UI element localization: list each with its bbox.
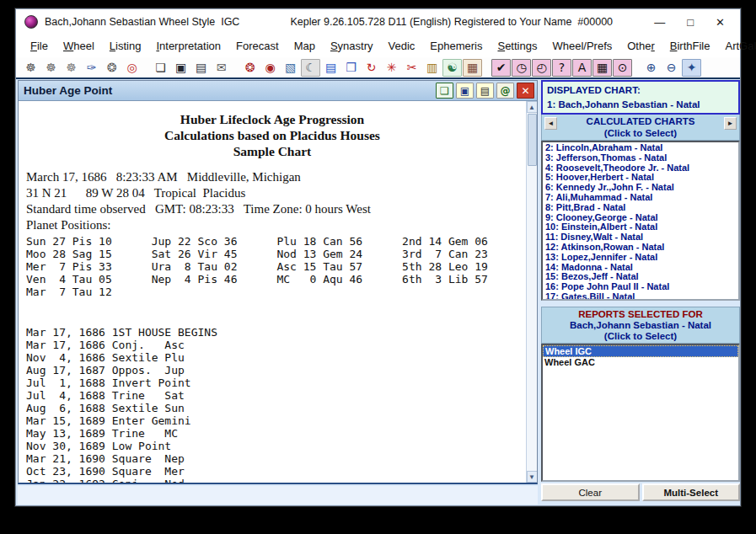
report-heading-line: Huber Lifeclock Age Progression xyxy=(19,111,526,127)
card-file-icon[interactable]: ▥ xyxy=(422,59,442,77)
chart-list-item[interactable]: 3: Jefferson,Thomas - Natal xyxy=(545,153,738,163)
rotate-wheel-icon[interactable]: ↻ xyxy=(362,59,381,77)
age-point-event-line: Mar 17, 1686 Conj. Asc xyxy=(19,339,526,351)
screen-capture-icon[interactable]: ▧ xyxy=(281,59,300,77)
checkmark-icon[interactable]: ✔ xyxy=(491,59,511,77)
reports-selected-subject: Bach,Johann Sebastian - Natal xyxy=(542,320,739,331)
magnifier-icon[interactable]: ⊙ xyxy=(613,59,632,77)
maximize-button[interactable]: □ xyxy=(687,16,694,29)
save-icon[interactable]: ▣ xyxy=(456,83,474,99)
report-list-icon[interactable]: ▤ xyxy=(321,59,340,77)
scroll-thumb[interactable] xyxy=(528,114,537,166)
calendar-icon[interactable]: ▦ xyxy=(463,59,482,77)
menu-item[interactable]: Ephemeris xyxy=(422,36,490,56)
app-logo-icon xyxy=(24,15,38,29)
new-window-icon[interactable]: ❏ xyxy=(151,59,170,77)
compass-icon[interactable]: ✦ xyxy=(682,59,701,77)
doc-question-icon[interactable]: ? xyxy=(552,59,571,77)
chart-list-item[interactable]: 7: Ali,Muhammad - Natal xyxy=(545,193,738,203)
report-list-item[interactable]: Wheel IGC xyxy=(543,345,738,357)
report-body: Huber Lifeclock Age ProgressionCalculati… xyxy=(19,101,537,483)
chart-list-item[interactable]: 8: Pitt,Brad - Natal xyxy=(545,203,738,213)
menu-item[interactable]: Synastry xyxy=(323,36,381,56)
chart-list-item[interactable]: 12: Atkinson,Rowan - Natal xyxy=(545,243,738,253)
chart-list-item[interactable]: 17: Gates,Bill - Natal xyxy=(545,292,738,301)
age-point-event-line: Aug 6, 1688 Sextile Sun xyxy=(19,402,526,414)
zoom-out-icon[interactable]: ⊖ xyxy=(662,59,681,77)
chart-sidebar: DISPLAYED CHART: 1: Bach,Johann Sebastia… xyxy=(541,80,740,501)
menu-item[interactable]: Vedic xyxy=(381,36,423,56)
new-wheel-icon[interactable]: ☸ xyxy=(21,59,40,77)
age-point-event-line: Nov 30, 1689 Low Point xyxy=(19,440,526,452)
charts-scroll-left-button[interactable]: ◄ xyxy=(544,117,557,130)
report-list-item[interactable]: Wheel GAC xyxy=(543,357,738,369)
day-night-icon[interactable]: ☾ xyxy=(301,59,320,77)
printer-icon[interactable]: ▤ xyxy=(191,59,211,77)
red-lines-icon[interactable]: ✂ xyxy=(402,59,421,77)
email-envelope-icon[interactable]: ✉ xyxy=(212,59,231,77)
menu-item[interactable]: File xyxy=(23,36,56,56)
wheel-undo-icon[interactable]: ☸ xyxy=(62,59,81,77)
menu-item[interactable]: Settings xyxy=(490,36,544,56)
menu-item[interactable]: Other xyxy=(619,36,662,56)
clear-button[interactable]: Clear xyxy=(541,483,640,501)
reports-selected-title: REPORTS SELECTED FOR xyxy=(542,309,739,320)
om-icon[interactable]: ☯ xyxy=(442,59,462,77)
planet-position-line: Moo 28 Sag 15 Sat 26 Vir 45 Nod 13 Gem 2… xyxy=(19,248,526,260)
quill-wheel-icon[interactable]: ✑ xyxy=(82,59,101,77)
copy-chart-icon[interactable]: ❏ xyxy=(436,83,453,99)
menu-item[interactable]: Forecast xyxy=(228,36,287,56)
calculated-charts-title: CALCULATED CHARTS xyxy=(542,115,739,127)
displayed-chart-value: 1: Bach,Johann Sebastian - Natal xyxy=(547,98,734,112)
menu-item[interactable]: Interpretation xyxy=(148,36,228,56)
menu-bar: File Wheel Listing Interpretation Foreca… xyxy=(16,35,740,57)
menu-item[interactable]: BirthFile xyxy=(662,36,718,56)
age-point-event-line: Jul 4, 1688 Trine Sat xyxy=(19,389,526,402)
age-point-event-line: May 13, 1689 Trine MC xyxy=(19,427,526,440)
minimize-button[interactable]: — xyxy=(654,16,665,29)
birth-details: March 17, 1686 8:23:33 AM Middleville, M… xyxy=(19,169,526,233)
wheel-arrow-icon[interactable]: ☸ xyxy=(41,59,61,77)
close-button[interactable]: ✕ xyxy=(716,16,725,29)
close-icon[interactable]: ✕ xyxy=(517,83,534,99)
charts-scroll-right-button[interactable]: ► xyxy=(724,117,737,130)
scroll-up-arrow[interactable]: ▲ xyxy=(527,101,538,113)
red-wheel-icon[interactable]: ❂ xyxy=(240,59,260,77)
huber-age-point-panel: Huber Age Point ❏ ▣ ▤ @ ✕ xyxy=(18,80,538,484)
title-bar: Bach,Johann Sebastian Wheel Style IGC Ke… xyxy=(16,9,740,35)
report-pages-icon[interactable]: ❒ xyxy=(341,59,361,77)
star-burst-icon[interactable]: ✳ xyxy=(382,59,401,77)
birth-detail-line: Planet Positions: xyxy=(26,217,526,233)
report-headings: Huber Lifeclock Age ProgressionCalculati… xyxy=(19,101,526,159)
reports-selected-subtitle: (Click to Select) xyxy=(542,331,739,342)
doc-text-icon[interactable]: A xyxy=(572,59,592,77)
menu-item[interactable]: ArtGallery xyxy=(717,36,756,56)
menu-item[interactable]: Wheel/Prefs xyxy=(544,36,619,56)
planet-position-line: Sun 27 Pis 10 Jup 22 Sco 36 Plu 18 Can 5… xyxy=(19,235,526,248)
report-heading-line: Calculations based on Placidus Houses xyxy=(19,127,526,143)
calculated-charts-header: ◄ CALCULATED CHARTS (Click to Select) ► xyxy=(541,115,740,141)
age-point-event-line: Mar 21, 1690 Square Nep xyxy=(19,452,526,465)
menu-item[interactable]: Listing xyxy=(102,36,149,56)
planet-positions: Sun 27 Pis 10 Jup 22 Sco 36 Plu 18 Can 5… xyxy=(19,235,526,298)
vertical-scrollbar[interactable]: ▲ ▼ xyxy=(526,101,537,483)
print-icon[interactable]: ▤ xyxy=(476,83,494,99)
clock-wheel-icon[interactable]: ◴ xyxy=(532,59,551,77)
scroll-down-arrow[interactable]: ▼ xyxy=(527,471,538,483)
toolbar: ☸ ☸ ☸ ✑ ❂ ◎ ❏ ▣ ▤ ✉ ❂ ◉ ▧ ☾ ▤ ❒ xyxy=(16,57,740,79)
menu-item[interactable]: Wheel xyxy=(56,36,102,56)
grid-table-icon[interactable]: ▦ xyxy=(592,59,612,77)
chart-list-item[interactable]: 13: Lopez,Jennifer - Natal xyxy=(545,253,738,263)
age-point-events: Mar 17, 1686 1ST HOUSE BEGINSMar 17, 168… xyxy=(19,326,526,483)
menu-item[interactable]: Map xyxy=(287,36,323,56)
clock-icon[interactable]: ◷ xyxy=(512,59,531,77)
target-wheel-icon[interactable]: ◎ xyxy=(122,59,142,77)
email-icon[interactable]: @ xyxy=(496,83,514,99)
biwheel-icon[interactable]: ❂ xyxy=(102,59,121,77)
save-floppy-icon[interactable]: ▣ xyxy=(171,59,190,77)
multi-select-button[interactable]: Multi-Select xyxy=(642,483,741,501)
displayed-chart-label: DISPLAYED CHART: xyxy=(547,83,734,98)
red-target-icon[interactable]: ◉ xyxy=(260,59,280,77)
displayed-chart-box: DISPLAYED CHART: 1: Bach,Johann Sebastia… xyxy=(541,80,740,115)
zoom-in-icon[interactable]: ⊕ xyxy=(641,59,661,77)
